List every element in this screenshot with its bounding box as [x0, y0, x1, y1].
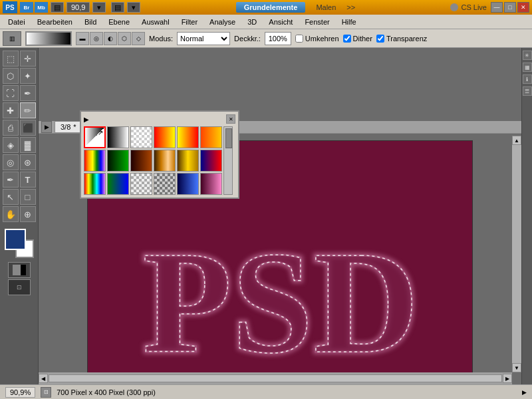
fg-color-swatch[interactable] [5, 229, 26, 250]
gradient-swatch-17[interactable] [177, 173, 199, 195]
deckkr-value[interactable]: 100% [265, 32, 291, 45]
svg-text:PSD: PSD [142, 221, 419, 384]
zoom-percentage[interactable]: 90,9% [5, 387, 35, 398]
menu-fenster[interactable]: Fenster [299, 17, 334, 27]
menu-hilfe[interactable]: Hilfe [336, 17, 362, 27]
status-icon[interactable]: ⊡ [41, 387, 51, 398]
paint-button[interactable]: Malen [311, 2, 341, 13]
linear-gradient-icon[interactable]: ▬ [76, 32, 89, 45]
menu-3d[interactable]: 3D [242, 17, 262, 27]
v-scrollbar[interactable]: ▲ ▼ [512, 136, 521, 372]
br-badge[interactable]: Br [20, 2, 33, 13]
gradient-swatch-13[interactable] [84, 173, 106, 195]
gradient-swatch-3[interactable] [130, 126, 152, 148]
crop-tool[interactable]: ⛶ [3, 85, 19, 101]
gradient-popup-arrow[interactable]: ▶ [84, 116, 89, 123]
gradient-swatch-11[interactable] [177, 150, 199, 172]
menu-bar: Datei Bearbeiten Bild Ebene Auswahl Filt… [0, 15, 532, 29]
type-tool[interactable]: T [20, 172, 36, 188]
menu-ansicht[interactable]: Ansicht [263, 17, 298, 27]
gradient-swatch-10[interactable] [154, 150, 176, 172]
nav-arrow[interactable]: ▶ [522, 389, 527, 396]
magic-wand-tool[interactable]: ✦ [20, 68, 36, 84]
histogram-button[interactable]: ▦ [523, 63, 532, 72]
menu-bearbeiten[interactable]: Bearbeiten [32, 17, 78, 27]
gradient-swatch-4[interactable] [154, 126, 176, 148]
gradient-swatch-9[interactable] [130, 150, 152, 172]
gradient-swatch-5[interactable] [177, 126, 199, 148]
gradient-swatch-6[interactable] [200, 126, 222, 148]
gradient-tool[interactable]: ▓ [20, 137, 36, 153]
gradient-swatch-2[interactable] [107, 126, 129, 148]
gradient-preview-bar[interactable] [25, 31, 72, 46]
lasso-tool[interactable]: ⬡ [3, 68, 19, 84]
diamond-gradient-icon[interactable]: ◇ [132, 32, 145, 45]
scroll-up-arrow[interactable]: ▲ [512, 136, 521, 145]
cslive-button[interactable]: CS Live [450, 3, 487, 11]
dither-checkbox[interactable] [343, 35, 351, 43]
minimize-button[interactable]: — [491, 2, 503, 13]
radial-gradient-icon[interactable]: ◎ [90, 32, 103, 45]
zoom-dropdown[interactable]: ▾ [92, 2, 106, 13]
pen-tool[interactable]: ✒ [3, 172, 19, 188]
popup-scrollbar[interactable] [223, 126, 233, 195]
gradient-swatch-18[interactable] [200, 173, 222, 195]
blur-tool[interactable]: ◎ [3, 154, 19, 170]
move-tool[interactable]: ✛ [20, 51, 36, 66]
menu-filter[interactable]: Filter [176, 17, 203, 27]
eyedropper-tool[interactable]: ✒ [20, 85, 36, 101]
brush-tool[interactable]: ✏ [20, 102, 36, 118]
zoom-tool[interactable]: ⊕ [20, 206, 36, 222]
scroll-left-arrow[interactable]: ◀ [39, 374, 48, 383]
menu-datei[interactable]: Datei [3, 17, 31, 27]
close-button[interactable]: ✕ [517, 2, 529, 13]
more-button[interactable]: >> [346, 3, 355, 11]
maximize-button[interactable]: □ [504, 2, 516, 13]
h-scroll-track[interactable] [49, 374, 502, 382]
gradient-swatch-16[interactable] [154, 173, 176, 195]
reflected-gradient-icon[interactable]: ⬡ [118, 32, 131, 45]
menu-bild[interactable]: Bild [79, 17, 102, 27]
hand-tool[interactable]: ✋ [3, 206, 19, 222]
titlebar-center: Grundelemente Malen >> [236, 2, 356, 13]
compass-button[interactable]: ✳ [523, 51, 532, 60]
view-dropdown[interactable]: ▾ [127, 2, 140, 13]
path-select-tool[interactable]: ↖ [3, 189, 19, 205]
umkehren-checkbox[interactable] [295, 35, 303, 43]
popup-close[interactable]: ✕ [226, 114, 235, 124]
gradient-swatch-15[interactable] [130, 173, 152, 195]
shape-tool[interactable]: □ [20, 189, 36, 205]
angle-gradient-icon[interactable]: ◐ [104, 32, 117, 45]
menu-auswahl[interactable]: Auswahl [136, 17, 175, 27]
view-icon[interactable]: ▤ [111, 2, 124, 13]
menu-ebene[interactable]: Ebene [103, 17, 135, 27]
mode-icon[interactable]: ▤ [51, 2, 64, 13]
history-tool[interactable]: ⬛ [20, 120, 36, 136]
tool-row-8: ✒ T [3, 172, 36, 188]
scroll-down-arrow[interactable]: ▼ [512, 363, 521, 372]
transparenz-checkbox[interactable] [376, 35, 384, 43]
eraser-tool[interactable]: ◈ [3, 137, 19, 153]
scroll-right-arrow[interactable]: ▶ [503, 374, 512, 383]
gradient-swatch-7[interactable] [84, 150, 106, 172]
tab-suffix: * [73, 123, 76, 131]
heal-tool[interactable]: ✚ [3, 102, 19, 118]
mb-badge[interactable]: Mb [35, 2, 48, 13]
tab-arrow[interactable]: ▶ [41, 121, 52, 133]
marquee-tool[interactable]: ⬚ [3, 51, 19, 66]
quick-mask-button[interactable] [8, 262, 31, 278]
zoom-display[interactable]: 90,9 [66, 2, 90, 13]
gradient-swatch-8[interactable] [107, 150, 129, 172]
title-bar: PS Br Mb ▤ 90,9 ▾ ▤ ▾ Grundelemente Male… [0, 0, 532, 15]
screen-mode-button[interactable]: ⊡ [8, 279, 31, 295]
clone-tool[interactable]: ⎙ [3, 120, 19, 136]
info-button[interactable]: ℹ [523, 74, 532, 84]
gradient-swatch-1[interactable]: ↗ [84, 126, 106, 148]
modus-select[interactable]: Normal Multiplizieren Negativ multiplizi… [177, 32, 230, 45]
layers-button[interactable]: ☰ [523, 86, 532, 96]
gradient-swatch-12[interactable] [200, 150, 222, 172]
dodge-tool[interactable]: ⊛ [20, 154, 36, 170]
menu-analyse[interactable]: Analyse [204, 17, 241, 27]
gradient-swatch-14[interactable] [107, 173, 129, 195]
workspace-button[interactable]: Grundelemente [236, 2, 306, 13]
